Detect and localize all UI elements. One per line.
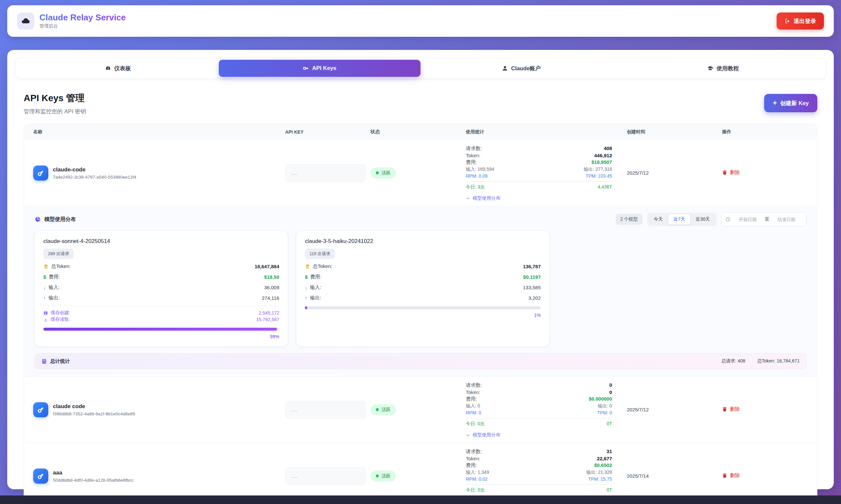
logout-label: 退出登录	[794, 17, 816, 25]
calculator-icon	[41, 359, 47, 364]
tab-claude-account[interactable]: Claude账户	[421, 60, 622, 77]
start-date-input[interactable]	[732, 217, 764, 222]
model-input-line: ↓输入: 133,585	[305, 284, 541, 291]
col-api-key: API KEY	[285, 129, 371, 134]
stat-cost: 费用:$0.000000	[466, 396, 612, 402]
chevron-down-icon	[466, 433, 470, 437]
usage-progress-fill	[305, 306, 307, 309]
model-token-line: 总Token: 18,647,884	[43, 263, 279, 270]
pie-chart-icon	[35, 216, 41, 222]
date-range-segment: 今天 近7天 近30天	[647, 213, 717, 226]
model-cards: claude-sonnet-4-20250514 289 次请求 总Token:…	[35, 231, 806, 347]
bottom-bar	[0, 496, 841, 504]
stat-io: 输入: 169,594输出: 277,318	[466, 166, 612, 173]
stat-today: 今日: 0次0T	[466, 418, 612, 427]
end-date-input[interactable]	[771, 217, 802, 222]
trash-icon	[722, 407, 727, 412]
col-status: 状态	[371, 129, 466, 135]
stat-rate: RPM: 0TPM: 0	[466, 410, 612, 415]
stat-io: 输入: 1,349输出: 21,328	[466, 469, 612, 475]
created-date: 2025/7/14	[627, 473, 722, 479]
cache-create-line: 缓存创建: 2,545,172	[43, 310, 279, 316]
tab-tutorial[interactable]: 使用教程	[622, 60, 824, 77]
app-logo	[17, 13, 34, 30]
api-key-cell: ...	[285, 164, 371, 182]
cache-read-line: 缓存读取: 15,792,587	[43, 317, 279, 322]
cloud-icon	[21, 16, 30, 25]
created-date: 2025/7/12	[627, 170, 722, 176]
dollar-icon: $	[43, 274, 46, 280]
graduation-cap-icon	[707, 65, 713, 71]
stat-today: 今日: 0次0T	[466, 484, 612, 493]
key-icon	[35, 168, 46, 178]
key-name-cell: claude-code 7a4e2492-3c38-4797-a540-5539…	[24, 165, 285, 181]
delete-key-button[interactable]: 删除	[722, 406, 740, 412]
cache-stats: 缓存创建: 2,545,172 缓存读取: 15,792,587	[43, 306, 279, 322]
stat-cost: 费用:$0.6502	[466, 462, 612, 469]
key-name: claude-code	[53, 166, 136, 173]
model-name: claude-sonnet-4-20250514	[43, 238, 279, 245]
down-arrow-icon: ↓	[43, 285, 46, 290]
clock-icon	[725, 217, 731, 222]
api-key-masked-field[interactable]: ...	[285, 401, 366, 419]
totals-values: 总请求: 408 总Token: 18,784,671	[721, 358, 800, 364]
date-to-label: 至	[765, 216, 769, 222]
status-label: 活跃	[381, 473, 391, 479]
distribution-controls: 2 个模型 今天 近7天 近30天 至	[616, 213, 806, 226]
stat-today: 今日: 3次4,436T	[466, 181, 612, 190]
key-icon	[303, 65, 309, 71]
status-dot	[376, 172, 379, 174]
tab-api-keys[interactable]: API Keys	[219, 60, 421, 77]
usage-progress-bar	[305, 306, 541, 309]
tab-dashboard[interactable]: 仪表板	[17, 60, 219, 77]
key-uuid: f398d8b8-7352-4a88-9a1f-6b1e0c4d8e89	[53, 411, 135, 416]
model-token-line: 总Token: 136,787	[305, 263, 541, 270]
nav-tab-bar: 仪表板 API Keys Claude账户 使用教程	[15, 58, 826, 79]
model-cost-line: $费用: $0.1197	[305, 274, 541, 280]
range-7d-button[interactable]: 近7天	[668, 214, 690, 224]
plus-icon: +	[773, 100, 777, 107]
logout-button[interactable]: 退出登录	[777, 13, 824, 30]
tab-claude-account-label: Claude账户	[511, 65, 541, 72]
delete-key-button[interactable]: 删除	[722, 169, 740, 176]
stat-requests: 请求数:408	[466, 145, 612, 152]
table-row: claude-code 7a4e2492-3c38-4797-a540-5539…	[24, 140, 817, 206]
col-usage: 使用统计	[466, 129, 627, 135]
status-badge: 活跃	[371, 470, 396, 482]
create-key-button[interactable]: + 创建新 Key	[764, 94, 817, 112]
range-today-button[interactable]: 今天	[648, 214, 668, 224]
model-requests-badge: 289 次请求	[43, 249, 74, 259]
model-cost-line: $费用: $18.50	[43, 274, 279, 280]
key-name: claude code	[53, 403, 135, 410]
status-cell: 活跃	[371, 167, 466, 179]
status-dot	[376, 474, 379, 478]
trash-icon	[722, 473, 727, 478]
total-requests: 总请求: 408	[721, 358, 746, 364]
up-arrow-icon: ↑	[43, 295, 46, 301]
key-avatar	[33, 402, 48, 417]
status-cell: 活跃	[371, 470, 466, 482]
range-30d-button[interactable]: 近30天	[690, 214, 715, 224]
key-name-block: claude-code 7a4e2492-3c38-4797-a540-5539…	[53, 166, 136, 180]
status-badge: 活跃	[371, 167, 396, 179]
model-card: claude-sonnet-4-20250514 289 次请求 总Token:…	[35, 231, 288, 347]
status-label: 活跃	[381, 170, 391, 176]
model-distribution-panel: 模型使用分布 2 个模型 今天 近7天 近30天 至	[24, 206, 817, 376]
api-key-masked-field[interactable]: ...	[285, 467, 366, 485]
delete-key-button[interactable]: 删除	[722, 472, 740, 479]
stat-token: Token:22,677	[466, 456, 612, 461]
coins-icon	[305, 264, 310, 269]
model-distribution-toggle[interactable]: 模型使用分布	[466, 195, 612, 201]
usage-cell: 请求数:408 Token:446,912 费用:$18.9507 输入: 16…	[466, 144, 627, 201]
tab-tutorial-label: 使用教程	[717, 65, 739, 72]
key-icon	[35, 471, 46, 481]
api-key-cell: ...	[285, 467, 371, 485]
dashboard-icon	[105, 65, 111, 71]
model-distribution-toggle[interactable]: 模型使用分布	[466, 432, 612, 438]
stat-requests: 请求数:0	[466, 382, 612, 389]
api-key-masked-field[interactable]: ...	[285, 164, 366, 182]
col-created: 创建时间	[627, 129, 722, 135]
api-keys-table: 名称 API KEY 状态 使用统计 创建时间 操作 claude-code 7…	[24, 124, 817, 504]
model-distribution-header: 模型使用分布 2 个模型 今天 近7天 近30天 至	[35, 212, 806, 227]
model-output-line: ↑输出: 3,202	[305, 295, 541, 301]
